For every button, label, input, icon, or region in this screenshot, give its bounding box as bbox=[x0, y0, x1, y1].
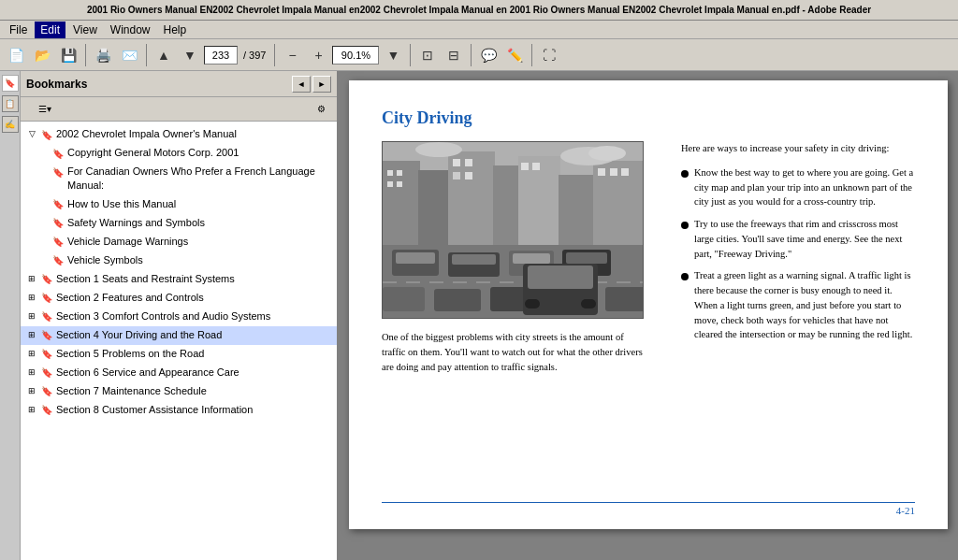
left-panel-tabs: 🔖 📋 ✍ bbox=[0, 71, 21, 560]
sidebar-toolbar: ☰▾ ⚙ bbox=[21, 97, 337, 122]
svg-rect-19 bbox=[610, 168, 617, 176]
zoom-dropdown-btn[interactable]: ▼ bbox=[381, 43, 405, 67]
sidebar-controls: ◄ ► bbox=[292, 76, 331, 93]
prev-page-btn[interactable]: ▲ bbox=[152, 43, 176, 67]
bookmark-icon-section6: 🔖 bbox=[39, 366, 54, 381]
next-page-btn[interactable]: ▼ bbox=[178, 43, 202, 67]
zoom-out-btn[interactable]: − bbox=[280, 43, 304, 67]
bookmark-label-section5: Section 5 Problems on the Road bbox=[54, 347, 204, 361]
svg-rect-39 bbox=[581, 299, 596, 309]
fit-width-btn[interactable]: ⊟ bbox=[442, 43, 466, 67]
bookmark-item-how-to-use[interactable]: ▷ 🔖 How to Use this Manual bbox=[21, 195, 337, 214]
bullet-text-1: Know the best way to get to where you ar… bbox=[694, 165, 915, 209]
menu-view[interactable]: View bbox=[67, 22, 103, 38]
bookmark-item-section6[interactable]: ⊞ 🔖 Section 6 Service and Appearance Car… bbox=[21, 364, 337, 382]
bookmark-icon-section3: 🔖 bbox=[39, 309, 54, 324]
bullet-item-1: Know the best way to get to where you ar… bbox=[681, 165, 915, 209]
bookmark-item-copyright[interactable]: ▷ 🔖 Copyright General Motors Corp. 2001 bbox=[21, 144, 337, 163]
bookmark-item-section2[interactable]: ⊞ 🔖 Section 2 Features and Controls bbox=[21, 289, 337, 308]
bookmark-label-section8: Section 8 Customer Assistance Informatio… bbox=[54, 403, 253, 417]
svg-rect-17 bbox=[532, 163, 540, 170]
zoom-in-btn[interactable]: + bbox=[306, 43, 330, 67]
bullet-text-2: Try to use the freeways that rim and cri… bbox=[694, 217, 915, 261]
bookmark-item-canadian[interactable]: ▷ 🔖 For Canadian Owners Who Prefer a Fre… bbox=[21, 163, 337, 195]
print-btn[interactable]: 🖨️ bbox=[91, 43, 115, 67]
svg-rect-38 bbox=[525, 299, 540, 309]
svg-rect-35 bbox=[605, 287, 644, 311]
signatures-tab-icon[interactable]: ✍ bbox=[2, 116, 19, 133]
sidebar-header: Bookmarks ◄ ► bbox=[21, 71, 337, 97]
pdf-content: One of the biggest problems with city st… bbox=[382, 141, 915, 374]
svg-rect-14 bbox=[453, 172, 460, 179]
pages-tab-icon[interactable]: 📋 bbox=[2, 95, 19, 112]
expand-icon-section3[interactable]: ⊞ bbox=[24, 309, 39, 324]
open-btn[interactable]: 📂 bbox=[30, 43, 54, 67]
bullet-item-2: Try to use the freeways that rim and cri… bbox=[681, 217, 915, 261]
menu-file[interactable]: File bbox=[4, 22, 33, 38]
bookmark-item-section5[interactable]: ⊞ 🔖 Section 5 Problems on the Road bbox=[21, 345, 337, 364]
fullscreen-btn[interactable]: ⛶ bbox=[537, 43, 561, 67]
bookmark-icon-vehicle-damage: 🔖 bbox=[51, 235, 65, 250]
pdf-left-column: One of the biggest problems with city st… bbox=[382, 141, 662, 374]
svg-rect-4 bbox=[493, 165, 521, 254]
sidebar-title: Bookmarks bbox=[26, 78, 87, 91]
svg-point-42 bbox=[415, 142, 462, 157]
bookmark-item-section8[interactable]: ⊞ 🔖 Section 8 Customer Assistance Inform… bbox=[21, 401, 337, 420]
bookmark-icon-copyright: 🔖 bbox=[51, 146, 65, 161]
bookmark-item-vehicle-damage[interactable]: ▷ 🔖 Vehicle Damage Warnings bbox=[21, 233, 337, 251]
bookmark-item-root[interactable]: ▽ 🔖 2002 Chevrolet Impala Owner's Manual bbox=[21, 125, 337, 144]
expand-icon-section8[interactable]: ⊞ bbox=[24, 403, 39, 418]
comment-btn[interactable]: 💬 bbox=[476, 43, 501, 67]
svg-rect-28 bbox=[513, 253, 550, 264]
bookmark-label-vehicle-symbols: Vehicle Symbols bbox=[65, 253, 143, 267]
expand-icon-section4[interactable]: ⊞ bbox=[24, 328, 39, 343]
expand-icon-section6[interactable]: ⊞ bbox=[24, 366, 39, 381]
expand-icon-section2[interactable]: ⊞ bbox=[24, 291, 39, 306]
main-area: 🔖 📋 ✍ Bookmarks ◄ ► ☰▾ ⚙ ▽ 🔖 2002 Chevro… bbox=[0, 71, 958, 560]
pdf-intro-text: Here are ways to increase your safety in… bbox=[681, 141, 915, 156]
zoom-input[interactable] bbox=[332, 46, 379, 65]
sidebar-collapse-btn[interactable]: ◄ bbox=[292, 76, 311, 93]
bullet-dot-1 bbox=[681, 170, 689, 178]
sidebar-expand-btn[interactable]: ► bbox=[312, 76, 331, 93]
bookmark-label-section7: Section 7 Maintenance Schedule bbox=[54, 384, 207, 398]
bookmark-item-section3[interactable]: ⊞ 🔖 Section 3 Comfort Controls and Audio… bbox=[21, 308, 337, 326]
bookmark-icon-section4: 🔖 bbox=[39, 328, 54, 343]
bookmark-label-root: 2002 Chevrolet Impala Owner's Manual bbox=[54, 127, 237, 141]
bookmark-label-vehicle-damage: Vehicle Damage Warnings bbox=[65, 235, 188, 249]
bookmark-options-btn[interactable]: ☰▾ bbox=[26, 100, 64, 119]
expand-icon-section7[interactable]: ⊞ bbox=[24, 384, 39, 399]
bookmark-action-btn[interactable]: ⚙ bbox=[311, 100, 331, 119]
bookmark-item-section1[interactable]: ⊞ 🔖 Section 1 Seats and Restraint System… bbox=[21, 270, 337, 289]
svg-point-41 bbox=[588, 146, 626, 161]
pdf-page: City Driving bbox=[349, 80, 948, 529]
expand-icon-section5[interactable]: ⊞ bbox=[24, 347, 39, 362]
svg-rect-3 bbox=[448, 151, 495, 254]
page-input[interactable] bbox=[204, 46, 238, 65]
markup-btn[interactable]: ✏️ bbox=[502, 43, 527, 67]
bookmark-item-vehicle-symbols[interactable]: ▷ 🔖 Vehicle Symbols bbox=[21, 251, 337, 270]
save-btn[interactable]: 💾 bbox=[56, 43, 80, 67]
bookmark-item-section7[interactable]: ⊞ 🔖 Section 7 Maintenance Schedule bbox=[21, 382, 337, 401]
bookmark-item-section4[interactable]: ⊞ 🔖 Section 4 Your Driving and the Road bbox=[21, 326, 337, 345]
bookmark-item-safety-warnings[interactable]: ▷ 🔖 Safety Warnings and Symbols bbox=[21, 214, 337, 233]
expand-icon-root[interactable]: ▽ bbox=[24, 127, 39, 142]
expand-icon-section1[interactable]: ⊞ bbox=[24, 272, 39, 287]
email-btn[interactable]: ✉️ bbox=[117, 43, 141, 67]
svg-rect-9 bbox=[397, 170, 402, 176]
menu-edit[interactable]: Edit bbox=[35, 22, 65, 38]
bookmark-icon-section1: 🔖 bbox=[39, 272, 54, 287]
sep6 bbox=[531, 44, 532, 66]
bookmark-icon-vehicle-symbols: 🔖 bbox=[51, 253, 65, 268]
menu-window[interactable]: Window bbox=[105, 22, 156, 38]
city-traffic-image bbox=[382, 141, 644, 319]
new-btn[interactable]: 📄 bbox=[4, 43, 28, 67]
svg-rect-26 bbox=[452, 254, 496, 265]
fit-page-btn[interactable]: ⊡ bbox=[415, 43, 440, 67]
bookmark-label-copyright: Copyright General Motors Corp. 2001 bbox=[65, 146, 239, 160]
bookmarks-tab-icon[interactable]: 🔖 bbox=[2, 75, 19, 92]
bookmark-label-section6: Section 6 Service and Appearance Care bbox=[54, 366, 240, 380]
pdf-bullet-list: Know the best way to get to where you ar… bbox=[681, 165, 915, 342]
menu-help[interactable]: Help bbox=[158, 22, 193, 38]
sidebar: Bookmarks ◄ ► ☰▾ ⚙ ▽ 🔖 2002 Chevrolet Im… bbox=[21, 71, 339, 560]
